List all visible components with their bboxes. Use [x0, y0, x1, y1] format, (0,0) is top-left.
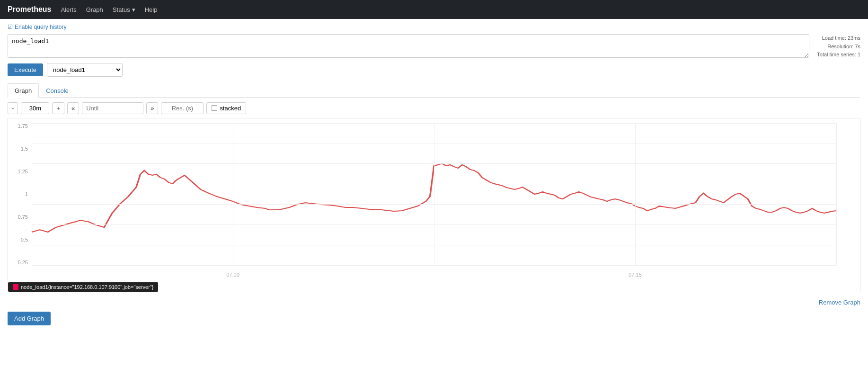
prev-button[interactable]: « — [67, 102, 79, 114]
chart-area — [32, 123, 836, 265]
meta-info: Load time: 23ms Resolution: 7s Total tim… — [817, 34, 860, 59]
nav-status-dropdown[interactable]: Status ▾ — [113, 6, 135, 13]
tabs: Graph Console — [8, 83, 860, 98]
y-axis: 1.75 1.5 1.25 1 0.75 0.5 0.25 — [8, 123, 31, 265]
y-label-075: 0.75 — [18, 214, 28, 220]
nav-alerts[interactable]: Alerts — [61, 6, 76, 13]
y-label-025: 0.25 — [18, 260, 28, 265]
query-input[interactable]: node_load1 — [8, 34, 809, 58]
query-area: node_load1 Load time: 23ms Resolution: 7… — [8, 34, 860, 59]
graph-inner: 1.75 1.5 1.25 1 0.75 0.5 0.25 — [8, 118, 860, 279]
grid-line-v3 — [635, 123, 636, 265]
remove-graph-link[interactable]: Remove Graph — [819, 299, 860, 306]
nav-graph[interactable]: Graph — [86, 6, 103, 13]
grid-line-v2 — [434, 123, 434, 265]
y-label-175: 1.75 — [18, 123, 28, 129]
add-graph-button[interactable]: Add Graph — [8, 312, 51, 325]
legend-item: node_load1{instance="192.168.0.107:9100"… — [8, 282, 158, 292]
load-time: Load time: 23ms — [817, 34, 860, 43]
query-history-link[interactable]: ☑ Enable query history — [8, 24, 860, 30]
x-labels: 07:00 07:15 — [32, 272, 836, 278]
main-content: ☑ Enable query history node_load1 Load t… — [0, 19, 868, 330]
graph-container: 1.75 1.5 1.25 1 0.75 0.5 0.25 — [8, 118, 860, 292]
y-label-15: 1.5 — [21, 146, 28, 152]
nav-brand[interactable]: Prometheus — [8, 5, 51, 14]
legend-color-box — [13, 284, 18, 290]
metric-select[interactable]: node_load1 — [47, 63, 123, 77]
y-label-05: 0.5 — [21, 237, 28, 242]
y-label-1: 1 — [25, 191, 28, 197]
navbar: Prometheus Alerts Graph Status ▾ Help — [0, 0, 868, 19]
duration-input[interactable] — [21, 102, 49, 114]
chevron-down-icon: ▾ — [132, 6, 135, 13]
grid-line-v0 — [32, 123, 32, 265]
footer-row: Remove Graph — [8, 296, 860, 309]
execute-row: Execute node_load1 — [8, 63, 860, 77]
grid-line-v4 — [836, 123, 837, 265]
grid-line-v1 — [233, 123, 233, 265]
tab-graph[interactable]: Graph — [8, 83, 39, 98]
legend-label: node_load1{instance="192.168.0.107:9100"… — [21, 284, 153, 290]
resolution: Resolution: 7s — [817, 43, 860, 51]
tab-console[interactable]: Console — [39, 83, 76, 98]
grid-line-h7 — [32, 265, 836, 266]
next-button[interactable]: » — [146, 102, 158, 114]
x-label-0715: 07:15 — [629, 272, 642, 278]
checkbox-icon: ☑ — [8, 24, 13, 30]
stacked-button[interactable]: stacked — [206, 102, 246, 114]
until-input[interactable] — [82, 102, 143, 114]
y-label-125: 1.25 — [18, 169, 28, 174]
stacked-checkbox-icon — [212, 105, 217, 111]
execute-button[interactable]: Execute — [8, 63, 43, 76]
graph-legend: node_load1{instance="192.168.0.107:9100"… — [8, 279, 860, 292]
total-series: Total time series: 1 — [817, 51, 860, 59]
resolution-input[interactable] — [161, 102, 204, 114]
x-label-0700: 07:00 — [226, 272, 239, 278]
nav-help[interactable]: Help — [145, 6, 158, 13]
zoom-out-button[interactable]: - — [8, 102, 18, 114]
graph-controls: - + « » stacked — [8, 98, 860, 118]
zoom-in-button[interactable]: + — [52, 102, 64, 114]
